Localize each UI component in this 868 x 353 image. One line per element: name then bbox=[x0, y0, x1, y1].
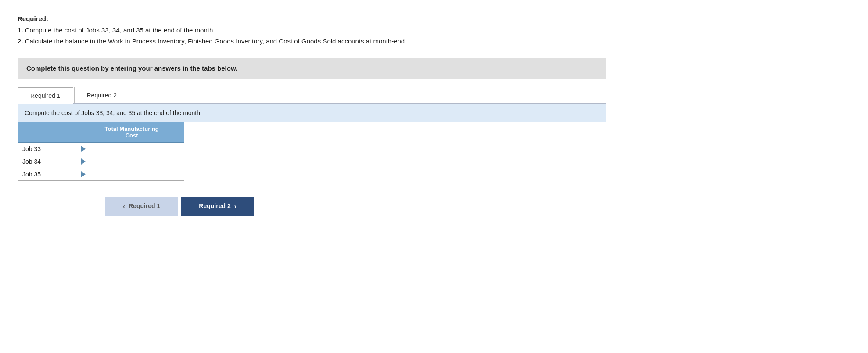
table-row: Job 35 bbox=[18, 168, 184, 180]
job-35-arrow-icon bbox=[81, 171, 86, 177]
prev-chevron-icon: ‹ bbox=[123, 202, 125, 210]
job-33-arrow-icon bbox=[81, 146, 86, 152]
tab-instruction: Compute the cost of Jobs 33, 34, and 35 … bbox=[18, 104, 606, 122]
job-35-label: Job 35 bbox=[18, 168, 79, 180]
prev-button[interactable]: ‹ Required 1 bbox=[105, 197, 178, 216]
banner-text: Complete this question by entering your … bbox=[26, 65, 237, 72]
instructions-required-label: Required: bbox=[18, 15, 48, 22]
table-row: Job 33 bbox=[18, 142, 184, 155]
next-chevron-icon: › bbox=[234, 202, 237, 210]
job-34-input[interactable] bbox=[86, 155, 184, 168]
job-33-input[interactable] bbox=[86, 143, 184, 155]
table-header-empty bbox=[18, 122, 79, 142]
instructions: Required: 1. Compute the cost of Jobs 33… bbox=[18, 13, 850, 47]
prev-button-label: Required 1 bbox=[129, 202, 160, 209]
instruction-item2-text: Calculate the balance in the Work in Pro… bbox=[25, 37, 407, 45]
tabs-row: Required 1 Required 2 bbox=[18, 87, 606, 104]
job-table: Total Manufacturing Cost Job 33 bbox=[18, 122, 184, 181]
tab-required-2[interactable]: Required 2 bbox=[74, 87, 130, 103]
job-33-label: Job 33 bbox=[18, 142, 79, 155]
instruction-item1-text: Compute the cost of Jobs 33, 34, and 35 … bbox=[25, 26, 215, 34]
next-button[interactable]: Required 2 › bbox=[181, 197, 254, 216]
tab-required-1[interactable]: Required 1 bbox=[18, 87, 73, 104]
table-row: Job 34 bbox=[18, 155, 184, 168]
job-35-input[interactable] bbox=[86, 168, 184, 180]
job-34-label: Job 34 bbox=[18, 155, 79, 168]
instruction-item2-number: 2. bbox=[18, 37, 23, 45]
bottom-nav: ‹ Required 1 Required 2 › bbox=[105, 197, 850, 216]
table-section: Total Manufacturing Cost Job 33 bbox=[18, 122, 606, 181]
job-33-input-cell[interactable] bbox=[79, 142, 184, 155]
tab-content: Compute the cost of Jobs 33, 34, and 35 … bbox=[18, 104, 606, 181]
gray-banner: Complete this question by entering your … bbox=[18, 58, 606, 79]
tabs-container: Required 1 Required 2 Compute the cost o… bbox=[18, 87, 606, 181]
instruction-item1-number: 1. bbox=[18, 26, 23, 34]
table-header-total-manufacturing-cost: Total Manufacturing Cost bbox=[79, 122, 184, 142]
job-34-input-cell[interactable] bbox=[79, 155, 184, 168]
job-34-arrow-icon bbox=[81, 158, 86, 165]
job-35-input-cell[interactable] bbox=[79, 168, 184, 180]
next-button-label: Required 2 bbox=[199, 202, 230, 209]
